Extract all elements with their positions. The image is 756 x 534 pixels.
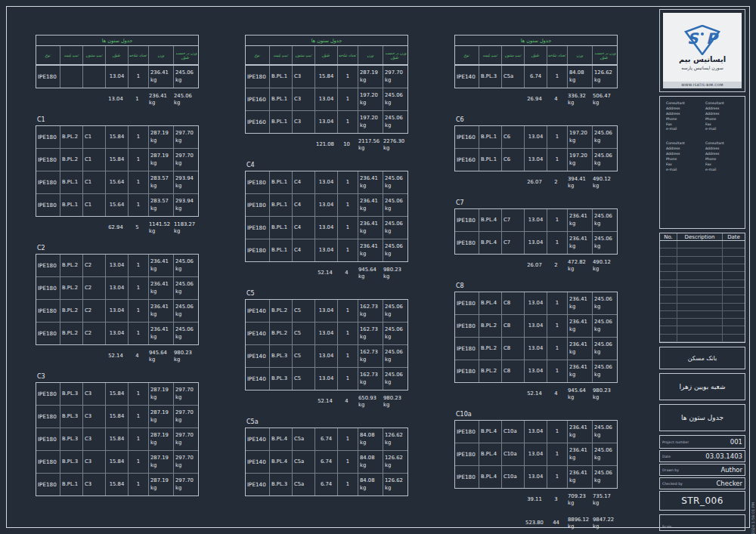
table-cell: C3 — [82, 383, 105, 405]
consultant-entry: ConsultantAddressAddressPhoneFaxe-mail — [702, 141, 742, 172]
table-cell: 245.06 kg — [592, 465, 617, 488]
table-cell: 1 — [337, 239, 358, 261]
table-cell: IPE180 — [455, 231, 479, 254]
table-cell: 13.04 — [314, 239, 337, 261]
column-header: تیپ ستون — [501, 46, 524, 64]
consultant-line: Consultant — [666, 141, 702, 147]
table-cell: C3 — [82, 473, 105, 495]
column-header-label: تعداد شاخه — [129, 53, 148, 57]
revision-cell — [660, 295, 677, 302]
table-cell: 245.06 kg — [592, 421, 617, 443]
table-cell: B.PL.1 — [60, 171, 82, 193]
table-cell: 13.04 — [105, 255, 128, 276]
table-cell: C5 — [292, 300, 314, 322]
column-header-label: تیپ ستون — [295, 53, 312, 57]
table-cell: 297.70 kg — [173, 148, 198, 171]
revision-row — [660, 248, 745, 256]
table-cell — [82, 66, 105, 88]
table-cell: IPE180 — [246, 216, 269, 239]
table-cell: 1 — [337, 193, 358, 216]
table-header: جدول ستون هانوعتیپ پلیتتیپ ستونطولتعداد … — [454, 35, 618, 65]
row-group: C4IPE180B.PL.1C413.041236.41 kg245.06 kg… — [245, 162, 408, 285]
column-header-label: تیپ پلیت — [64, 53, 79, 57]
revision-cell — [677, 272, 722, 279]
table-cell: B.PL.2 — [269, 322, 292, 344]
table-cell: B.PL.1 — [479, 148, 501, 171]
summary-row: 121.08102117.56 kg2276.30 kg — [245, 134, 408, 156]
summary-row: 523.80448896.12 kg9847.22 kg — [454, 512, 618, 534]
table-cell: IPE180 — [36, 322, 60, 344]
table-cell: 162.73 kg — [358, 344, 383, 367]
table-cell: B.PL.4 — [479, 465, 501, 488]
table-cell: C2 — [82, 299, 105, 322]
table-cell: 283.57 kg — [148, 171, 173, 193]
table-cell: 15.84 — [105, 148, 128, 171]
table-cell: 1 — [547, 66, 567, 88]
revision-row — [660, 257, 745, 264]
table-cell: B.PL.4 — [269, 428, 292, 450]
project-number-label: Project number — [662, 440, 689, 444]
table-cell: B.PL.1 — [269, 88, 292, 110]
table-cell: 13.04 — [524, 314, 547, 337]
table-cell: 15.84 — [105, 473, 128, 495]
table-cell: 245.06 kg — [383, 344, 407, 367]
summary-cell: 650.93 kg — [357, 390, 382, 413]
svg-text:S: S — [687, 29, 699, 48]
summary-cell: 735.17 kg — [591, 489, 616, 511]
table-cell: 245.06 kg — [383, 110, 407, 133]
summary-cell: 472.82 kg — [566, 255, 591, 277]
summary-cell: 4 — [546, 88, 566, 111]
column-header: طول — [314, 46, 337, 64]
table-cell: IPE180 — [36, 66, 60, 88]
summary-cell: 1 — [127, 88, 147, 111]
drawing-sheet: جدول ستون هانوعتیپ پلیتتیپ ستونطولتعداد … — [0, 0, 756, 534]
summary-cell: 5 — [127, 217, 147, 239]
table-cell: C3 — [82, 405, 105, 428]
rows-grid: IPE180B.PL.1C315.841287.19 kg297.70 kgIP… — [245, 65, 408, 134]
table-cell: C8 — [501, 337, 524, 360]
table-cell: IPE180 — [36, 405, 60, 428]
table-cell: C4 — [292, 171, 314, 193]
table-cell: IPE140 — [246, 428, 269, 450]
table-cell: 1 — [337, 344, 358, 367]
table-cell: 13.04 — [314, 88, 337, 110]
row-group: IPE140B.PL.3C5a6.74184.08 kg126.62 kg26.… — [454, 65, 618, 111]
table-cell: IPE180 — [455, 443, 479, 465]
table-cell: 1 — [128, 255, 148, 276]
table-cell: 1 — [337, 367, 358, 390]
summary-cell — [478, 171, 500, 194]
table-cell: C3 — [292, 88, 314, 110]
table-cell: C5a — [292, 428, 314, 450]
revision-cell — [722, 241, 745, 248]
summary-row: 52.144945.64 kg980.23 kg — [245, 262, 408, 285]
table-cell: 236.41 kg — [148, 299, 173, 322]
summary-cell — [268, 390, 291, 413]
consultant-line: Address — [705, 112, 742, 117]
table-cell: IPE180 — [36, 171, 60, 193]
table-cell: 245.06 kg — [173, 276, 198, 299]
revision-cell — [677, 319, 722, 326]
table-cell: 236.41 kg — [358, 171, 383, 193]
consultant-line: Address — [705, 152, 742, 157]
table-cell: 13.04 — [105, 299, 128, 322]
table-cell: 15.84 — [105, 405, 128, 428]
project-number-value: 001 — [730, 438, 742, 446]
row-group: C8IPE180B.PL.4C813.041236.41 kg245.06 kg… — [454, 282, 618, 406]
summary-cell — [36, 88, 59, 111]
stp-logo-icon: S P — [681, 25, 723, 55]
table-cell: 13.04 — [105, 322, 128, 344]
project-number-row: Project number 001 — [659, 435, 745, 449]
svg-text:P: P — [706, 29, 719, 48]
table-cell: 1 — [128, 66, 148, 88]
table-cell: B.PL.1 — [60, 193, 82, 216]
table-cell: C10a — [501, 421, 524, 443]
revision-cell — [722, 280, 745, 287]
header-row: نوعتیپ پلیتتیپ ستونطولتعداد شاخهوزنوزن ب… — [246, 46, 407, 64]
summary-row: 39.113709.23 kg735.17 kg — [454, 489, 618, 511]
summary-cell: 394.41 kg — [566, 171, 591, 194]
consultant-entry: ConsultantAddressAddressPhoneFaxe-mail — [663, 101, 702, 132]
table-cell: B.PL.3 — [60, 428, 82, 450]
revision-rows — [660, 241, 745, 342]
summary-cell: 523.80 — [523, 512, 546, 534]
group-label: C5 — [246, 290, 408, 298]
